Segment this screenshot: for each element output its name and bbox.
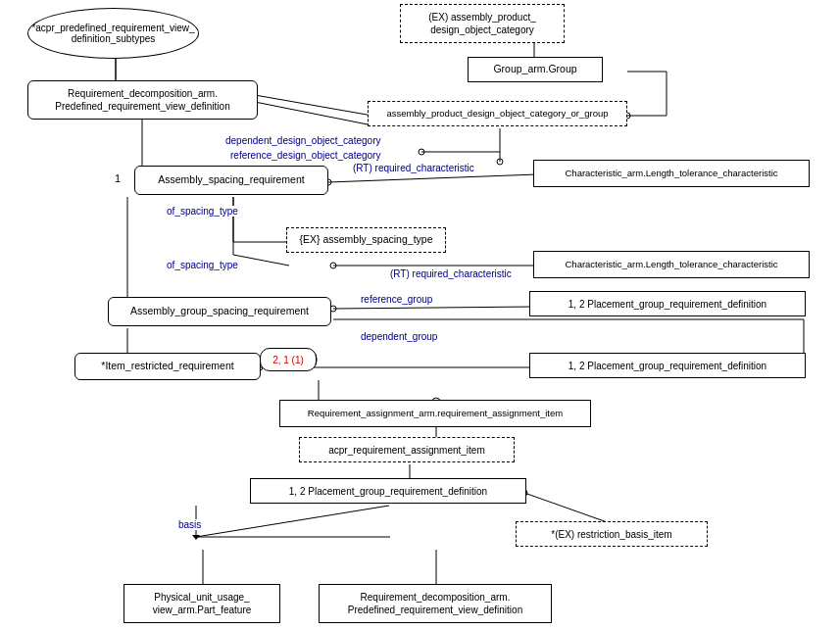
req-assignment-node: Requirement_assignment_arm.requirement_a… (279, 400, 591, 427)
svg-line-49 (524, 493, 613, 524)
ref-design-label: reference_design_object_category (230, 150, 380, 161)
svg-line-55 (196, 506, 389, 537)
assembly-spacing-req-node: Assembly_spacing_requirement (134, 166, 328, 195)
placement-group1-node: 1, 2 Placement_group_requirement_definit… (529, 291, 806, 316)
diagram-container: *acpr_predefined_requirement_view_ defin… (0, 0, 840, 630)
svg-line-23 (233, 255, 289, 266)
basis-label: basis (178, 519, 201, 530)
req-decomp-bottom-node: Requirement_decomposition_arm. Predefine… (319, 584, 552, 623)
char-arm-length-top-node: Characteristic_arm.Length_tolerance_char… (533, 160, 810, 187)
rt-required-top-label: (RT) required_characteristic (353, 163, 474, 173)
rt-required-bot-label: (RT) required_characteristic (390, 268, 512, 279)
two-one-box: 2, 1 (1) (260, 348, 317, 371)
item-restricted-node: *Item_restricted_requirement (74, 353, 261, 380)
physical-unit-node: Physical_unit_usage_ view_arm.Part_featu… (124, 584, 280, 623)
of-spacing-type-bot-label: of_spacing_type (167, 260, 238, 270)
placement-group3-node: 1, 2 Placement_group_requirement_definit… (250, 478, 526, 504)
group-arm-node: Group_arm.Group (468, 57, 603, 82)
restriction-basis-node: *(EX) restriction_basis_item (516, 521, 708, 547)
assembly-group-spacing-node: Assembly_group_spacing_requirement (108, 297, 331, 326)
dep-design-label: dependent_design_object_category (225, 135, 380, 146)
dep-group-label: dependent_group (361, 331, 437, 342)
assembly-product-cat-or-group-node: assembly_product_design_object_category_… (368, 101, 627, 126)
of-spacing-type-top-label: of_spacing_type (167, 206, 238, 217)
req-decomp-top-node: Requirement_decomposition_arm. Predefine… (27, 80, 258, 120)
svg-line-17 (328, 174, 537, 182)
assembly-spacing-type-node: {EX} assembly_spacing_type (286, 227, 446, 253)
assembly-product-cat-node: (EX) assembly_product_ design_object_cat… (400, 4, 565, 43)
ref-group-label: reference_group (361, 294, 432, 305)
acpr-predefined-node: *acpr_predefined_requirement_view_ defin… (27, 8, 199, 59)
char-arm-length2-node: Characteristic_arm.Length_tolerance_char… (533, 251, 810, 278)
svg-line-28 (333, 307, 534, 309)
placement-group2-node: 1, 2 Placement_group_requirement_definit… (529, 353, 806, 378)
acpr-req-assignment-node: acpr_requirement_assignment_item (299, 437, 515, 462)
num-1-label: 1 (115, 172, 121, 184)
